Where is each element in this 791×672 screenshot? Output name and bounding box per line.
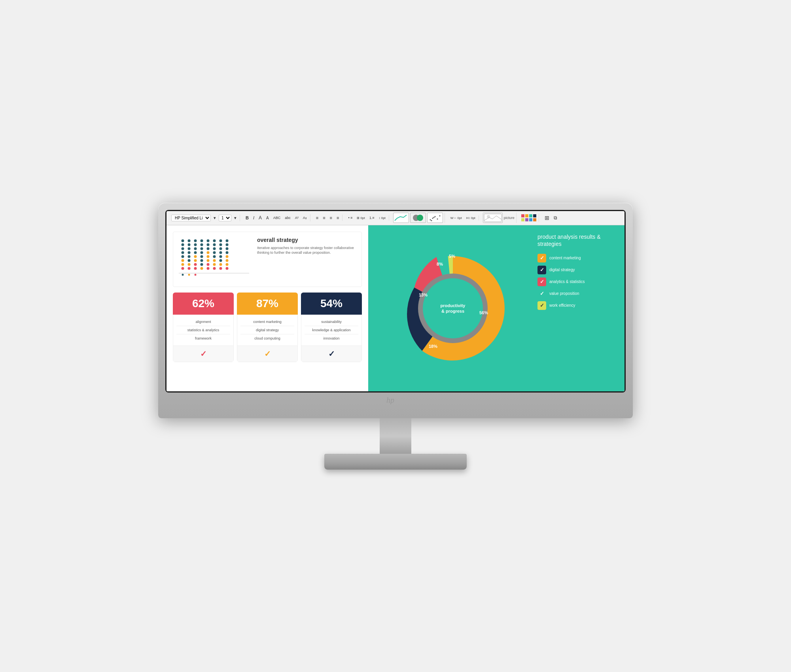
- align-justify-button[interactable]: ≡: [335, 215, 341, 221]
- check-icon-87: ✓: [264, 349, 271, 358]
- stat-card-87: 87% content marketing digital strategy c…: [237, 293, 298, 362]
- legend-label-content-marketing: content marketing: [549, 256, 581, 260]
- svg-point-12: [182, 243, 184, 246]
- stat-item-sustainability: sustainability: [305, 318, 358, 326]
- line-chart-icon[interactable]: [393, 213, 409, 223]
- size-group: W↔ 0pt H↕ 0pt: [447, 215, 479, 221]
- svg-point-59: [220, 239, 222, 242]
- product-analysis-title: product analysis results & strategies: [537, 233, 617, 247]
- list-num-button[interactable]: 1.≡: [368, 215, 376, 221]
- bold-button[interactable]: B: [244, 215, 250, 221]
- donut-center-text: productivity & progress: [441, 302, 466, 314]
- picture-label: picture: [504, 216, 515, 220]
- pct-label-5: 5%: [449, 254, 455, 259]
- font-a2-button[interactable]: A: [265, 215, 271, 221]
- svg-point-68: [226, 243, 229, 246]
- svg-point-61: [220, 247, 222, 250]
- legend-area: product analysis results & strategies ✓ …: [537, 233, 617, 383]
- font-select[interactable]: HP Simplified Light: [171, 215, 211, 221]
- list-group: • ≡ ⊞ 0pt 1.≡ ↕ 0pt: [345, 215, 389, 221]
- italic-button[interactable]: I: [252, 215, 256, 221]
- spacing-opt-button[interactable]: ↕ 0pt: [377, 215, 387, 221]
- svg-point-20: [188, 243, 191, 246]
- svg-point-48: [207, 259, 210, 262]
- color-grid[interactable]: [520, 213, 537, 222]
- legend-checkbox-work: ✓: [537, 301, 546, 310]
- svg-point-29: [194, 247, 197, 250]
- font-dropdown-btn[interactable]: ▾: [212, 215, 218, 221]
- format-group: B I A A ABC abc A² A₂: [242, 214, 310, 221]
- legend-label-digital-strategy: digital strategy: [549, 268, 575, 272]
- svg-point-38: [201, 251, 203, 254]
- pct-label-8: 8%: [437, 262, 443, 266]
- dot-chart: [178, 237, 253, 282]
- svg-point-28: [194, 243, 197, 246]
- scatter-chart-icon[interactable]: [427, 213, 443, 223]
- font-super-button[interactable]: A²: [293, 215, 300, 221]
- picture-group: picture: [481, 213, 517, 223]
- content-area: overall strategy Iterative approaches to…: [167, 225, 624, 391]
- svg-point-66: [220, 267, 222, 270]
- svg-point-47: [207, 255, 210, 258]
- font-a1-button[interactable]: A: [257, 214, 263, 221]
- svg-point-63: [220, 255, 222, 258]
- svg-point-55: [213, 255, 216, 258]
- svg-point-62: [220, 251, 222, 254]
- align-right-button[interactable]: ≡: [328, 215, 334, 221]
- font-size-select[interactable]: 12: [219, 215, 231, 221]
- svg-point-14: [182, 251, 184, 254]
- pct-label-13: 13%: [419, 293, 428, 297]
- legend-check-2: ✓: [540, 267, 544, 273]
- svg-point-76: [182, 274, 184, 276]
- svg-point-19: [188, 239, 191, 242]
- align-center-button[interactable]: ≡: [321, 215, 327, 221]
- svg-point-43: [207, 239, 210, 242]
- svg-point-6: [439, 215, 440, 217]
- svg-point-18: [182, 267, 184, 270]
- svg-point-58: [213, 267, 216, 270]
- svg-point-74: [226, 267, 229, 270]
- monitor-stand-base: [324, 454, 467, 470]
- width-btn[interactable]: W↔ 0pt: [449, 215, 464, 221]
- stat-body-87: content marketing digital strategy cloud…: [237, 315, 298, 346]
- indent-opt-button[interactable]: ⊞ 0pt: [355, 215, 366, 221]
- svg-text:hp: hp: [386, 396, 394, 404]
- stat-card-54: 54% sustainability knowledge & applicati…: [301, 293, 362, 362]
- table-btn[interactable]: ⊞: [543, 214, 551, 222]
- svg-point-73: [226, 263, 229, 266]
- font-abc-lower-button[interactable]: abc: [283, 215, 292, 221]
- stat-card-62: 62% alignment statistics & analytics fra…: [173, 293, 234, 362]
- donut-line2: & progress: [441, 308, 466, 314]
- svg-point-51: [213, 239, 216, 242]
- monitor-wrapper: HP Simplified Light ▾ 12 ▾ B I A A ABC: [158, 203, 633, 470]
- svg-point-3: [432, 218, 433, 219]
- picture-icon[interactable]: [483, 213, 503, 223]
- svg-point-45: [207, 247, 210, 250]
- list-bullet-button[interactable]: • ≡: [346, 215, 354, 221]
- stat-item-innovation: innovation: [305, 334, 358, 342]
- strategy-text: overall strategy Iterative approaches to…: [257, 237, 357, 282]
- stat-item-stats-analytics: statistics & analytics: [176, 326, 230, 334]
- svg-point-37: [201, 247, 203, 250]
- font-abc-button[interactable]: ABC: [272, 215, 282, 221]
- toggle-chart-icon[interactable]: [410, 213, 426, 223]
- strategy-card: overall strategy Iterative approaches to…: [173, 232, 362, 287]
- legend-checkbox-analytics: ✓: [537, 277, 546, 286]
- svg-point-23: [188, 255, 191, 258]
- stat-body-62: alignment statistics & analytics framewo…: [173, 315, 234, 346]
- svg-point-35: [201, 239, 203, 242]
- legend-check-5: ✓: [540, 302, 544, 308]
- font-sub-button[interactable]: A₂: [301, 215, 308, 221]
- color-group: [519, 213, 539, 222]
- copy-btn[interactable]: ⧉: [552, 214, 559, 221]
- legend-checkbox-content-marketing: ✓: [537, 254, 546, 262]
- svg-point-16: [182, 259, 184, 262]
- svg-point-15: [182, 255, 184, 258]
- height-btn[interactable]: H↕ 0pt: [465, 215, 477, 221]
- svg-point-56: [213, 259, 216, 262]
- stat-header-87: 87%: [237, 293, 298, 315]
- stat-item-framework: framework: [176, 334, 230, 342]
- svg-point-33: [194, 263, 197, 266]
- align-left-button[interactable]: ≡: [314, 215, 320, 221]
- font-size-dropdown-btn[interactable]: ▾: [233, 215, 238, 221]
